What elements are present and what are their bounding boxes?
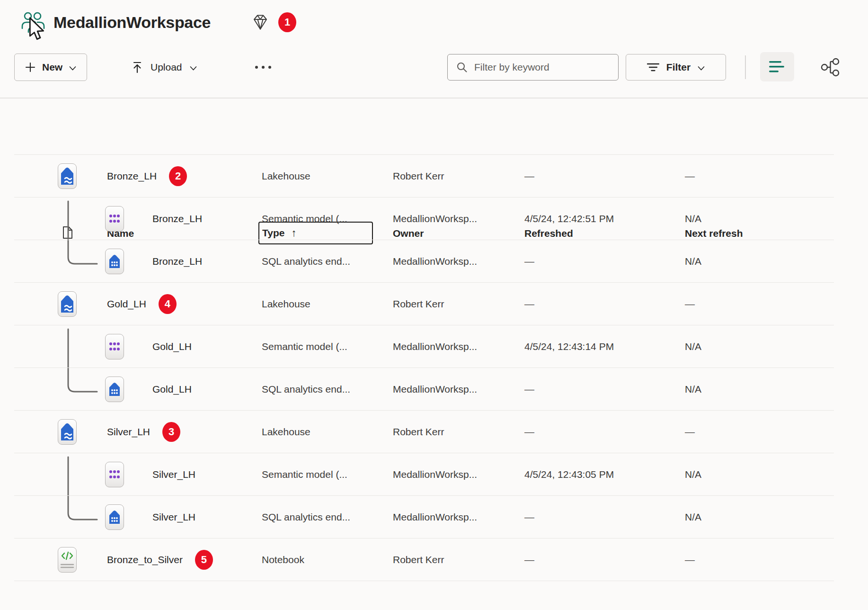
mouse-cursor-icon xyxy=(28,17,47,41)
chevron-down-icon xyxy=(190,66,197,71)
lakehouse-icon xyxy=(58,419,77,445)
upload-button[interactable]: Upload xyxy=(124,54,204,81)
item-type: SQL analytics end... xyxy=(262,240,350,283)
item-next-refresh: N/A xyxy=(685,240,701,283)
filter-button-label: Filter xyxy=(666,62,691,73)
table-row[interactable]: Silver_LH Semantic model (... MedallionW… xyxy=(14,453,834,496)
item-owner: Robert Kerr xyxy=(393,155,444,197)
item-next-refresh: N/A xyxy=(685,368,701,411)
table-row[interactable]: Silver_LH SQL analytics end... Medallion… xyxy=(14,496,834,538)
table-header-row: Name Type ↑ Owner Refreshed Next refresh xyxy=(14,99,834,155)
annotation-badge-1: 1 xyxy=(278,12,296,32)
item-type: Lakehouse xyxy=(262,411,310,453)
item-name-link[interactable]: Gold_LH xyxy=(152,341,192,352)
table-row[interactable]: Bronze_to_Silver5 Notebook Robert Kerr —… xyxy=(14,538,834,581)
item-next-refresh: N/A xyxy=(685,496,701,538)
sql-endpoint-icon xyxy=(105,249,124,274)
item-owner: MedallionWorksp... xyxy=(393,197,477,240)
item-refreshed: — xyxy=(524,240,534,283)
item-refreshed: — xyxy=(524,538,534,581)
semantic-model-icon xyxy=(105,462,124,487)
item-next-refresh: — xyxy=(685,411,695,453)
lineage-view-icon xyxy=(820,57,841,78)
item-refreshed: 4/5/24, 12:42:51 PM xyxy=(524,197,614,240)
item-type: Lakehouse xyxy=(262,283,310,325)
item-owner: Robert Kerr xyxy=(393,283,444,325)
item-refreshed: — xyxy=(524,496,534,538)
item-next-refresh: — xyxy=(685,283,695,325)
item-type: Semantic model (... xyxy=(262,325,347,368)
item-next-refresh: N/A xyxy=(685,197,701,240)
upload-button-label: Upload xyxy=(151,62,182,73)
table-row[interactable]: Gold_LH Semantic model (... MedallionWor… xyxy=(14,325,834,368)
annotation-badge-3: 3 xyxy=(162,422,180,442)
toolbar-divider xyxy=(745,55,746,79)
items-table: Name Type ↑ Owner Refreshed Next refresh… xyxy=(14,99,834,581)
item-owner: MedallionWorksp... xyxy=(393,325,477,368)
item-name-link[interactable]: Gold_LH xyxy=(107,298,146,310)
item-name-link[interactable]: Bronze_LH xyxy=(152,256,202,267)
sql-endpoint-icon xyxy=(105,504,124,530)
item-type: Semantic model (... xyxy=(262,197,347,240)
ellipsis-icon xyxy=(255,65,272,69)
item-type: SQL analytics end... xyxy=(262,496,350,538)
chevron-down-icon xyxy=(69,66,76,71)
table-row[interactable]: Gold_LH4 Lakehouse Robert Kerr — — xyxy=(14,283,834,325)
more-options-button[interactable] xyxy=(248,54,278,81)
item-refreshed: 4/5/24, 12:43:05 PM xyxy=(524,453,614,496)
item-name-link[interactable]: Silver_LH xyxy=(107,426,150,438)
filter-lines-icon xyxy=(647,63,659,72)
item-owner: MedallionWorksp... xyxy=(393,240,477,283)
item-owner: MedallionWorksp... xyxy=(393,368,477,411)
item-type: Lakehouse xyxy=(262,155,310,197)
item-owner: Robert Kerr xyxy=(393,538,444,581)
new-button-label: New xyxy=(42,62,62,73)
table-row[interactable]: Bronze_LH SQL analytics end... Medallion… xyxy=(14,240,834,283)
table-row[interactable]: Gold_LH SQL analytics end... MedallionWo… xyxy=(14,368,834,411)
item-owner: Robert Kerr xyxy=(393,411,444,453)
item-refreshed: 4/5/24, 12:43:14 PM xyxy=(524,325,614,368)
item-owner: MedallionWorksp... xyxy=(393,453,477,496)
annotation-badge-2: 2 xyxy=(169,166,187,186)
table-row[interactable]: Bronze_LH2 Lakehouse Robert Kerr — — xyxy=(14,155,834,197)
item-refreshed: — xyxy=(524,368,534,411)
item-type: Notebook xyxy=(262,538,304,581)
item-name-link[interactable]: Bronze_to_Silver xyxy=(107,554,183,565)
upload-icon xyxy=(132,61,143,73)
workspace-title: MedallionWorkspace xyxy=(53,13,211,32)
table-row[interactable]: Bronze_LH Semantic model (... MedallionW… xyxy=(14,197,834,240)
item-next-refresh: — xyxy=(685,538,695,581)
item-refreshed: — xyxy=(524,155,534,197)
table-row[interactable]: Silver_LH3 Lakehouse Robert Kerr — — xyxy=(14,411,834,453)
chevron-down-icon xyxy=(698,66,705,71)
filter-button[interactable]: Filter xyxy=(626,54,726,81)
sql-endpoint-icon xyxy=(105,377,124,402)
annotation-badge-4: 4 xyxy=(159,294,177,314)
item-refreshed: — xyxy=(524,411,534,453)
item-name-link[interactable]: Gold_LH xyxy=(152,384,192,395)
item-name-link[interactable]: Bronze_LH xyxy=(107,170,157,182)
list-view-icon xyxy=(769,61,786,73)
item-type: Semantic model (... xyxy=(262,453,347,496)
lineage-view-button[interactable] xyxy=(817,56,843,79)
notebook-icon xyxy=(58,547,77,573)
item-next-refresh: N/A xyxy=(685,453,701,496)
table-body: Bronze_LH2 Lakehouse Robert Kerr — — Bro… xyxy=(14,155,834,581)
semantic-model-icon xyxy=(105,206,124,232)
item-name-link[interactable]: Silver_LH xyxy=(152,511,195,523)
new-button[interactable]: New xyxy=(14,54,87,81)
search-input[interactable] xyxy=(474,62,607,73)
search-icon xyxy=(456,62,468,73)
item-refreshed: — xyxy=(524,283,534,325)
item-next-refresh: — xyxy=(685,155,695,197)
item-owner: MedallionWorksp... xyxy=(393,496,477,538)
list-view-toggle-selected[interactable] xyxy=(760,52,794,81)
annotation-badge-5: 5 xyxy=(195,550,213,570)
premium-diamond-icon xyxy=(251,13,270,31)
item-next-refresh: N/A xyxy=(685,325,701,368)
semantic-model-icon xyxy=(105,334,124,359)
item-type: SQL analytics end... xyxy=(262,368,350,411)
item-name-link[interactable]: Silver_LH xyxy=(152,469,195,480)
item-name-link[interactable]: Bronze_LH xyxy=(152,213,202,224)
keyword-filter-search xyxy=(447,54,619,81)
